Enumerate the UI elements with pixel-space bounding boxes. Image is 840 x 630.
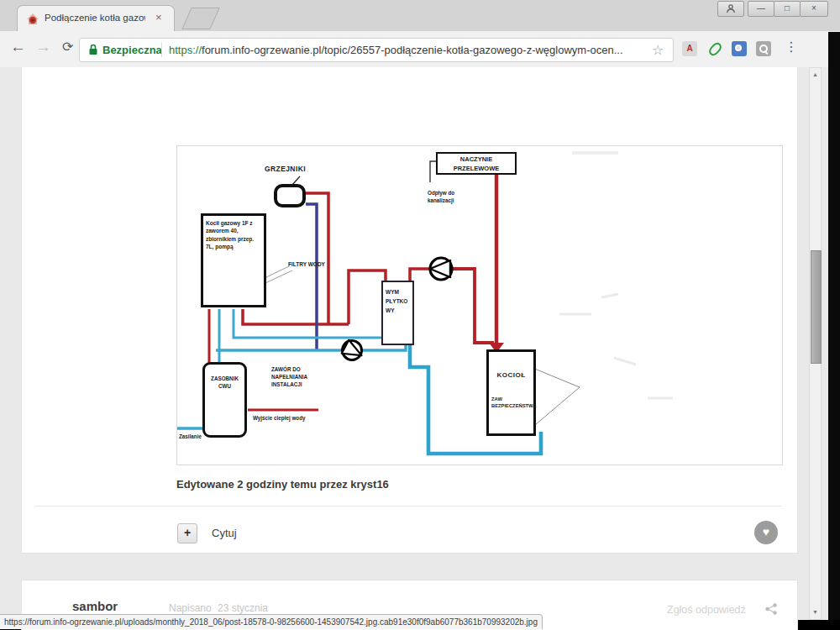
odplyw-bracket-line xyxy=(430,161,436,182)
new-tab-button[interactable] xyxy=(181,8,220,29)
post-image-diagram[interactable]: NACZYNIE PRZELEWOWE Kocił gazowy 1F z za… xyxy=(176,145,783,465)
scrollbar-thumb[interactable] xyxy=(811,250,822,364)
erase-marks xyxy=(559,294,673,398)
search-handle-icon xyxy=(764,50,769,55)
security-label: Bezpieczna xyxy=(102,44,162,56)
pump-bottom-icon xyxy=(339,337,365,364)
tab-title: Podłączenie kotła gazow xyxy=(45,13,145,23)
report-reply-link[interactable]: Zgłoś odpowiedź xyxy=(667,604,746,616)
search-extension-icon[interactable] xyxy=(756,41,771,56)
status-bar-link-preview: https://forum.info-ogrzewanie.pl/uploads… xyxy=(0,614,543,629)
share-icon[interactable] xyxy=(764,602,778,616)
water-filters-label: FILTRY WODY xyxy=(288,260,325,268)
radiators-label: GRZEJNIKI xyxy=(265,164,306,174)
pump-top-icon xyxy=(430,258,452,280)
url-text: https://forum.info-ogrzewanie.pl/topic/2… xyxy=(169,44,623,56)
plus-reputation-button[interactable]: + xyxy=(177,523,197,543)
reload-button[interactable]: ⟳ xyxy=(62,38,73,56)
page-scrollbar[interactable]: ▲ ▼ xyxy=(809,67,822,620)
back-button[interactable]: ← xyxy=(10,38,26,56)
screenshot: Podłączenie kotła gazow × — □ × ← → ⟳ xyxy=(0,0,840,630)
url-path: forum.info-ogrzewanie.pl/topic/26557-pod… xyxy=(202,44,622,56)
radiator-symbol xyxy=(274,184,306,207)
overflow-tank-box: NACZYNIE PRZELEWOWE xyxy=(436,152,517,175)
profile-button[interactable] xyxy=(717,1,744,17)
next-post-posted-date: 23 stycznia xyxy=(218,602,268,614)
plate-exchanger-label: WYM PŁYTKO WY xyxy=(383,282,412,320)
bookmark-star-icon[interactable]: ☆ xyxy=(652,42,664,58)
navy-return-pipe xyxy=(306,204,317,349)
gas-boiler-box: Kocił gazowy 1F z zaworem 40, zbiornikie… xyxy=(201,213,266,307)
scroll-up-icon[interactable]: ▲ xyxy=(810,68,821,81)
hot-water-out-label: Wyjście ciepłej wody xyxy=(253,414,306,422)
lens-circle-icon xyxy=(735,45,742,51)
photo-extension-icon[interactable] xyxy=(732,41,747,56)
next-post-username[interactable]: sambor xyxy=(72,599,118,613)
tab-close-icon[interactable]: × xyxy=(155,11,162,24)
forward-button[interactable]: → xyxy=(35,38,51,56)
dhw-tank-box: ZASOBNIK CWU xyxy=(202,362,247,438)
url-scheme: https:// xyxy=(169,44,202,56)
site-favicon-icon xyxy=(26,13,39,26)
drain-label: Odpływ do kanalizacji xyxy=(428,189,468,204)
address-bar[interactable]: Bezpieczna https://forum.info-ogrzewanie… xyxy=(79,38,674,62)
scroll-down-icon[interactable]: ▼ xyxy=(810,606,821,619)
quote-button[interactable]: Cytuj xyxy=(212,527,237,539)
supply-label: Zasilanie xyxy=(179,433,202,440)
paperclip-icon xyxy=(707,41,724,58)
screen-edge xyxy=(828,32,840,620)
post-divider xyxy=(35,506,782,507)
safety-valve-label: ZAW BEZPIECZEŃSTWA xyxy=(489,381,534,410)
maximize-button[interactable]: □ xyxy=(774,1,801,17)
paperclip-extension-icon[interactable] xyxy=(707,41,722,56)
plate-exchanger-box: WYM PŁYTKO WY xyxy=(381,281,414,345)
close-window-button[interactable]: × xyxy=(800,1,828,17)
fill-valve-label: ZAWÓR DO NAPEŁNIANIA INSTALACJI xyxy=(271,365,330,388)
person-icon xyxy=(726,3,736,13)
overflow-tank-label: NACZYNIE PRZELEWOWE xyxy=(438,154,515,174)
page-viewport: NACZYNIE PRZELEWOWE Kocił gazowy 1F z za… xyxy=(0,67,840,620)
dhw-tank-label: ZASOBNIK CWU xyxy=(205,365,244,390)
gas-boiler-label: Kocił gazowy 1F z zaworem 40, zbiornikie… xyxy=(203,216,264,255)
coal-boiler-label: KOCIOŁ xyxy=(489,352,533,381)
browser-toolbar: ← → ⟳ Bezpieczna https://forum.info-ogrz… xyxy=(0,31,840,68)
next-post-posted-label: Napisano xyxy=(169,602,212,614)
minimize-button[interactable]: — xyxy=(748,1,774,17)
secure-lock-icon xyxy=(88,44,98,55)
coal-boiler-box: KOCIOŁ ZAW BEZPIECZEŃSTWA xyxy=(486,349,536,436)
menu-dots-icon[interactable]: ⋮ xyxy=(785,38,798,56)
browser-window: Podłączenie kotła gazow × — □ × ← → ⟳ xyxy=(0,0,840,620)
tab-strip: Podłączenie kotła gazow × — □ × xyxy=(0,0,840,32)
like-heart-button[interactable]: ♥ xyxy=(754,521,778,544)
browser-tab[interactable]: Podłączenie kotła gazow × xyxy=(17,5,175,32)
address-separator xyxy=(161,43,162,57)
edited-note: Edytowane 2 godziny temu przez kryst16 xyxy=(176,478,389,491)
pdf-extension-icon[interactable]: A xyxy=(682,41,697,56)
